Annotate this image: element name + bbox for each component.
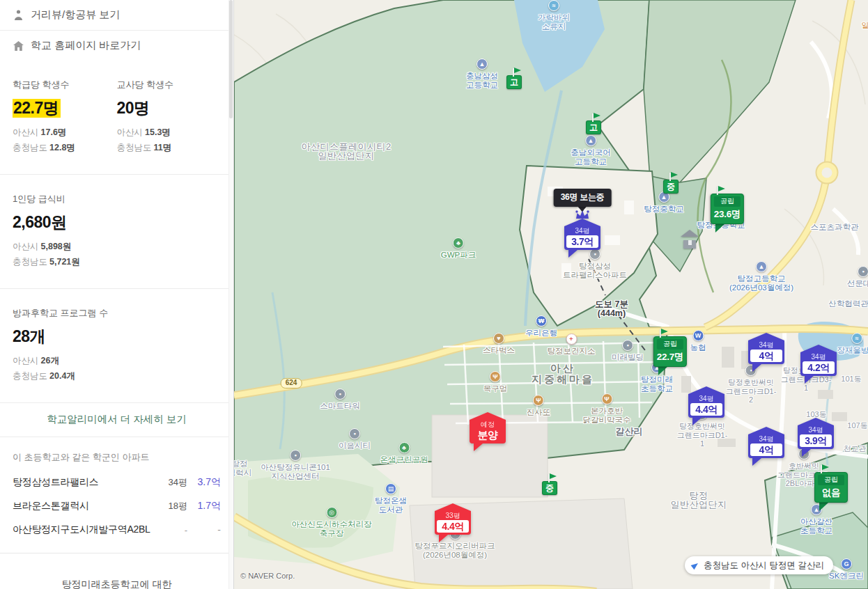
stat-value: 22.7명: [13, 97, 117, 119]
same-district-apartments: 이 초등학교와 같은 학군인 아파트 탕정삼성트라팰리스 34평 3.7억 브라…: [0, 437, 233, 553]
stat-value: 28개: [13, 326, 221, 347]
stat-sub: 충청남도5,721원: [13, 256, 221, 268]
apartment-size: 34평: [151, 476, 187, 489]
map-label-line: 1: [677, 439, 728, 448]
map-label-line: 탕정푸르지오리버파크: [415, 542, 495, 551]
marker-size-label: 34평: [750, 435, 782, 443]
clinic-icon: +: [566, 333, 577, 345]
price-marker[interactable]: 34평3.7억: [564, 209, 600, 258]
school-homepage-link[interactable]: 학교 홈페이지 바로가기: [0, 31, 233, 61]
map-label-line: 탕정삼성: [563, 262, 627, 271]
building-icon: ▪: [290, 450, 301, 461]
school-flag-marker[interactable]: 고: [506, 75, 522, 89]
marker-price-label: 3.7억: [566, 235, 598, 248]
marker-size-label: 34평: [566, 227, 598, 235]
map-label: ▪이음시티: [339, 428, 371, 450]
stat-sub: 아산시17.6명: [13, 127, 117, 139]
map-label-line: 고등학교: [466, 81, 498, 90]
map-label: 아산지중해마을: [532, 363, 594, 385]
class-size-marker[interactable]: 공립22.7명: [653, 336, 687, 375]
marker-price-label: 4억: [750, 443, 782, 456]
marker-body: 34평3.9억: [798, 425, 834, 449]
map-label-line: 아산갈산: [800, 517, 832, 526]
price-marker[interactable]: 34평4억: [748, 427, 784, 466]
price-marker[interactable]: 34평3.9억: [798, 418, 834, 457]
map-label-line: 충남외국어: [571, 148, 611, 157]
map-label: ▲충남외국어고등학교: [571, 135, 611, 166]
school-icon: ▲: [756, 261, 767, 272]
apartment-row[interactable]: 탕정삼성트라팰리스 34평 3.7억: [13, 476, 221, 489]
map-label: ▪스마트타워: [320, 388, 360, 411]
marker-tail: [439, 535, 448, 542]
map-label-line: (2026년08월예정): [415, 551, 495, 560]
class-size-box: 공립23.6명: [711, 194, 744, 224]
marker-value-label: 없음: [818, 487, 844, 499]
school-flag-marker[interactable]: 중: [663, 180, 679, 194]
map-label-line: 탕정미래: [641, 375, 673, 384]
marker-price-label: 4.4억: [437, 520, 469, 533]
map-label-line: 1: [781, 384, 832, 393]
map-label: ▲충남삼성고등학교: [466, 58, 498, 90]
stat-sub: 충청남도11명: [117, 142, 222, 154]
marker-size-label: 예정: [472, 421, 504, 429]
map-label: GSK엔크린: [829, 558, 864, 581]
viewers-tooltip-text: 36명 보는중: [554, 189, 612, 207]
current-location-chip[interactable]: 충청남도 아산시 탕정면 갈산리: [685, 556, 833, 574]
map-label-line: 트라팰리스아파트: [563, 271, 627, 280]
marker-tail: [715, 224, 724, 233]
map-label: ≈가락바위소류지: [538, 0, 570, 31]
map-label-line: 천교관: [844, 444, 867, 453]
apartment-price: 3.7억: [187, 476, 221, 489]
price-marker[interactable]: 33평4.4억: [435, 503, 471, 542]
streetview-link[interactable]: 거리뷰/항공뷰 보기: [0, 0, 233, 31]
marker-roof: [435, 503, 471, 511]
price-marker[interactable]: 34평4.2억: [800, 345, 837, 384]
map-label-line: 농협: [690, 343, 706, 352]
apartment-row[interactable]: 아산탕정지구도시개발구역A2BL - -: [13, 524, 221, 536]
school-flag-marker[interactable]: 고: [586, 120, 601, 134]
price-marker[interactable]: 예정분양: [470, 412, 506, 451]
stat-value: 20명: [117, 97, 222, 119]
marker-body: 예정분양: [470, 420, 506, 443]
map-label-line: 장재울방죽: [837, 346, 868, 355]
building-icon: ▪: [334, 388, 346, 400]
apartment-row[interactable]: 브라운스톤갤럭시 18평 1.7억: [13, 500, 221, 512]
marker-tail: [752, 458, 761, 466]
flag-pennant-icon: [550, 473, 557, 479]
map-label-line: 충남삼성: [466, 72, 498, 81]
school-flag-marker[interactable]: 중: [542, 481, 557, 495]
marker-roof: [470, 412, 506, 420]
flag-pennant-icon: [661, 329, 668, 334]
school-alimi-link[interactable]: 학교알리미에서 더 자세히 보기: [0, 403, 233, 437]
rest-icon: Ψ: [601, 393, 612, 405]
marker-size-label: 34평: [803, 353, 835, 361]
stat-students-per-class: 학급당 학생수 22.7명 아산시17.6명 충청남도12.8명: [13, 79, 117, 157]
sidebar-scrollbar[interactable]: [228, 0, 233, 589]
map-label-line: 일반산업단지: [671, 500, 727, 509]
map-label-line: 탕정중학교: [644, 205, 684, 214]
naver-map-canvas[interactable]: © NAVER Corp. 충청남도 아산시 탕정면 갈산리 ≈가락바위소류지▲…: [234, 0, 868, 589]
water-icon: ≈: [851, 333, 862, 344]
apartment-size: 18평: [151, 500, 187, 512]
marker-size-label: 34평: [690, 395, 722, 403]
map-label: ◎아산신도시하수처리장축구장: [292, 507, 372, 538]
map-label-line: 스타벅스: [483, 346, 515, 355]
class-size-marker[interactable]: 공립23.6명: [711, 194, 744, 233]
marker-roof: [798, 418, 834, 425]
map-label-line: 2: [726, 395, 777, 405]
scrollbar-thumb[interactable]: [229, 0, 233, 118]
marker-body: 34평4.2억: [800, 352, 837, 376]
stat-students-per-teacher: 교사당 학생수 20명 아산시15.3명 충청남도11명: [117, 79, 222, 157]
map-label-line: 그랜드마크D1-: [726, 387, 777, 396]
price-marker[interactable]: 34평4억: [748, 333, 784, 372]
rest-icon: Ψ: [533, 395, 544, 406]
map-label: 101동: [841, 375, 861, 384]
marker-roof: [688, 386, 724, 394]
price-marker[interactable]: 34평4.4억: [688, 386, 724, 425]
no-story-message: 탕정미래초등학교에 대한 사람들의 이야기가 아직 없습니다.: [13, 577, 221, 589]
map-background: [234, 0, 868, 589]
map-label-line: 탕정보건지소: [548, 347, 596, 356]
class-size-marker[interactable]: 공립없음: [814, 472, 848, 511]
park-icon: ♣: [453, 237, 464, 249]
marker-tail: [802, 449, 811, 457]
